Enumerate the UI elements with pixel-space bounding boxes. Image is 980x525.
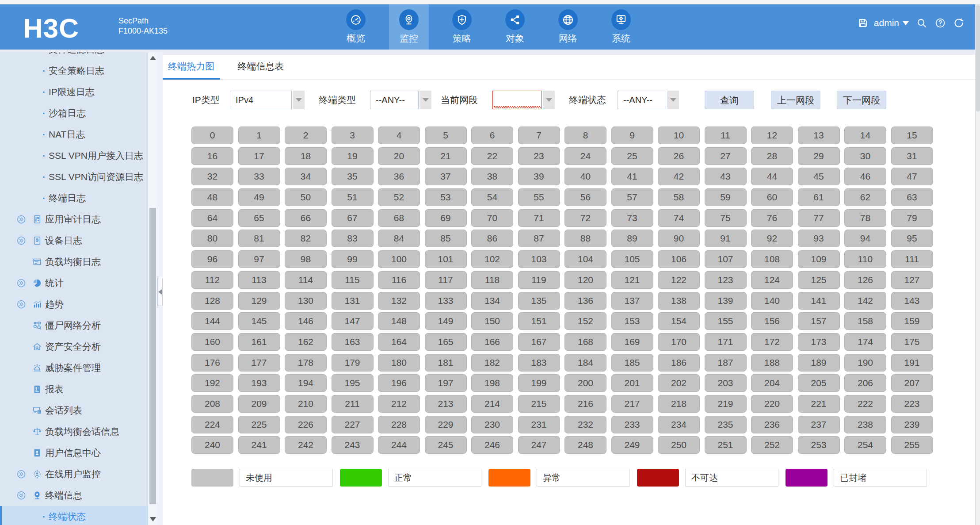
heatmap-cell[interactable]: 248	[564, 436, 606, 454]
heatmap-cell[interactable]: 203	[705, 374, 747, 392]
heatmap-cell[interactable]: 161	[238, 333, 280, 351]
heatmap-cell[interactable]: 72	[564, 209, 606, 227]
sidebar-item-趋势[interactable]: 趋势	[0, 294, 157, 315]
heatmap-cell[interactable]: 118	[471, 271, 513, 289]
nav-item-系统[interactable]: 系统	[601, 4, 641, 50]
heatmap-cell[interactable]: 238	[844, 416, 886, 433]
heatmap-cell[interactable]: 134	[471, 292, 513, 310]
help-icon[interactable]	[934, 17, 946, 29]
heatmap-cell[interactable]: 253	[798, 436, 840, 454]
heatmap-cell[interactable]: 156	[751, 312, 793, 330]
heatmap-cell[interactable]: 1	[238, 126, 280, 144]
heatmap-cell[interactable]: 214	[471, 395, 513, 413]
heatmap-cell[interactable]: 255	[891, 436, 933, 454]
heatmap-cell[interactable]: 41	[611, 168, 653, 185]
heatmap-cell[interactable]: 179	[332, 354, 374, 372]
heatmap-cell[interactable]: 49	[238, 188, 280, 206]
heatmap-cell[interactable]: 199	[518, 374, 560, 392]
nav-item-对象[interactable]: 对象	[495, 4, 535, 50]
heatmap-cell[interactable]: 132	[378, 292, 420, 310]
heatmap-cell[interactable]: 157	[798, 312, 840, 330]
heatmap-cell[interactable]: 39	[518, 168, 560, 185]
sidebar-item-用户信息中心[interactable]: 用户信息中心	[0, 442, 157, 464]
heatmap-cell[interactable]: 160	[191, 333, 233, 351]
heatmap-cell[interactable]: 16	[191, 147, 233, 165]
sidebar-item-统计[interactable]: 统计	[0, 272, 157, 294]
heatmap-cell[interactable]: 235	[705, 416, 747, 433]
heatmap-cell[interactable]: 126	[844, 271, 886, 289]
heatmap-cell[interactable]: 190	[844, 354, 886, 372]
heatmap-cell[interactable]: 71	[518, 209, 560, 227]
heatmap-cell[interactable]: 21	[425, 147, 467, 165]
heatmap-cell[interactable]: 53	[425, 188, 467, 206]
heatmap-cell[interactable]: 140	[751, 292, 793, 310]
heatmap-cell[interactable]: 171	[705, 333, 747, 351]
sidebar-collapse-handle[interactable]	[157, 278, 163, 306]
heatmap-cell[interactable]: 181	[425, 354, 467, 372]
subnet-select-arrow[interactable]	[543, 91, 555, 109]
heatmap-cell[interactable]: 113	[238, 271, 280, 289]
heatmap-cell[interactable]: 5	[425, 126, 467, 144]
nav-item-监控[interactable]: 监控	[389, 4, 429, 50]
heatmap-cell[interactable]: 224	[191, 416, 233, 433]
sidebar-item-报表[interactable]: 报表	[0, 379, 157, 400]
heatmap-cell[interactable]: 56	[564, 188, 606, 206]
heatmap-cell[interactable]: 194	[285, 374, 327, 392]
prev-subnet-button[interactable]: 上一网段	[771, 91, 820, 109]
heatmap-cell[interactable]: 57	[611, 188, 653, 206]
heatmap-cell[interactable]: 31	[891, 147, 933, 165]
heatmap-cell[interactable]: 129	[238, 292, 280, 310]
heatmap-cell[interactable]: 237	[798, 416, 840, 433]
heatmap-cell[interactable]: 24	[564, 147, 606, 165]
heatmap-cell[interactable]: 87	[518, 230, 560, 247]
heatmap-cell[interactable]: 61	[798, 188, 840, 206]
heatmap-cell[interactable]: 112	[191, 271, 233, 289]
heatmap-cell[interactable]: 19	[332, 147, 374, 165]
heatmap-cell[interactable]: 28	[751, 147, 793, 165]
heatmap-cell[interactable]: 167	[518, 333, 560, 351]
terminal-type-select[interactable]: --ANY--	[370, 91, 419, 109]
heatmap-cell[interactable]: 104	[564, 250, 606, 268]
heatmap-cell[interactable]: 117	[425, 271, 467, 289]
next-subnet-button[interactable]: 下一网段	[837, 91, 886, 109]
ip-type-select-arrow[interactable]	[293, 91, 305, 109]
heatmap-cell[interactable]: 119	[518, 271, 560, 289]
heatmap-cell[interactable]: 67	[332, 209, 374, 227]
heatmap-cell[interactable]: 231	[518, 416, 560, 433]
heatmap-cell[interactable]: 225	[238, 416, 280, 433]
heatmap-cell[interactable]: 230	[471, 416, 513, 433]
heatmap-cell[interactable]: 120	[564, 271, 606, 289]
heatmap-cell[interactable]: 222	[844, 395, 886, 413]
heatmap-cell[interactable]: 200	[564, 374, 606, 392]
sidebar-item-文件过滤日志[interactable]: ·文件过滤日志	[0, 52, 157, 60]
save-icon[interactable]	[857, 17, 869, 29]
heatmap-cell[interactable]: 79	[891, 209, 933, 227]
heatmap-cell[interactable]: 176	[191, 354, 233, 372]
heatmap-cell[interactable]: 40	[564, 168, 606, 185]
heatmap-cell[interactable]: 48	[191, 188, 233, 206]
heatmap-cell[interactable]: 42	[658, 168, 700, 185]
heatmap-cell[interactable]: 133	[425, 292, 467, 310]
heatmap-cell[interactable]: 3	[332, 126, 374, 144]
heatmap-cell[interactable]: 153	[611, 312, 653, 330]
heatmap-cell[interactable]: 186	[658, 354, 700, 372]
heatmap-cell[interactable]: 241	[238, 436, 280, 454]
heatmap-cell[interactable]: 151	[518, 312, 560, 330]
heatmap-cell[interactable]: 23	[518, 147, 560, 165]
sidebar-item-负载均衡会话信息[interactable]: 负载均衡会话信息	[0, 421, 157, 442]
heatmap-cell[interactable]: 17	[238, 147, 280, 165]
heatmap-cell[interactable]: 8	[564, 126, 606, 144]
heatmap-cell[interactable]: 114	[285, 271, 327, 289]
subnet-input[interactable]	[492, 91, 542, 109]
heatmap-cell[interactable]: 208	[191, 395, 233, 413]
sidebar-item-SSL VPN用户接入日志[interactable]: ·SSL VPN用户接入日志	[0, 145, 157, 166]
heatmap-cell[interactable]: 137	[611, 292, 653, 310]
heatmap-cell[interactable]: 44	[751, 168, 793, 185]
heatmap-cell[interactable]: 81	[238, 230, 280, 247]
heatmap-cell[interactable]: 58	[658, 188, 700, 206]
sidebar-item-终端日志[interactable]: ·终端日志	[0, 188, 157, 209]
heatmap-cell[interactable]: 163	[332, 333, 374, 351]
heatmap-cell[interactable]: 122	[658, 271, 700, 289]
heatmap-cell[interactable]: 168	[564, 333, 606, 351]
heatmap-cell[interactable]: 251	[705, 436, 747, 454]
